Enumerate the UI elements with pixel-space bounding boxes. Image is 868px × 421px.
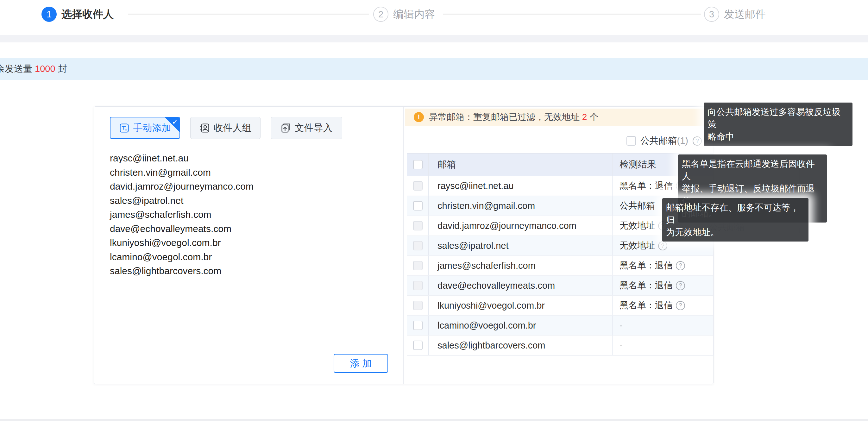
- row-result: 黑名单：退信?: [613, 276, 713, 295]
- table-row: lkuniyoshi@voegol.com.br黑名单：退信?: [407, 295, 713, 315]
- row-checkbox-cell: [407, 216, 429, 236]
- step-2-circle: 2: [373, 7, 389, 22]
- row-checkbox-cell: [407, 236, 429, 255]
- quota-notice-text: 余发送量 1000 封: [0, 63, 67, 76]
- step-1-circle: 1: [41, 7, 57, 22]
- email-line: dave@echovalleymeats.com: [110, 222, 389, 236]
- tab-file-import-label: 文件导入: [295, 122, 333, 134]
- row-result: -: [613, 335, 713, 355]
- table-row: sales@lightbarcovers.com-: [407, 335, 713, 355]
- table-row: raysc@iinet.net.au黑名单：退信?: [407, 176, 713, 196]
- recipient-email-input[interactable]: raysc@iinet.net.auchristen.vin@gmail.com…: [110, 151, 389, 278]
- table-row: james@schaferfish.com黑名单：退信?: [407, 255, 713, 275]
- public-mailbox-count: (1): [677, 136, 688, 146]
- row-result-text: 黑名单：退信: [620, 180, 673, 192]
- row-checkbox[interactable]: [413, 321, 423, 330]
- row-checkbox-cell: [407, 196, 429, 216]
- abnormal-warning-bar: ! 异常邮箱：重复邮箱已过滤，无效地址 2 个: [405, 109, 713, 126]
- quota-count: 1000: [35, 64, 55, 74]
- row-email: raysc@iinet.net.au: [429, 176, 613, 196]
- recipient-group-icon: [199, 123, 210, 133]
- row-email: lkuniyoshi@voegol.com.br: [429, 296, 613, 315]
- row-email: david.jamroz@journeymanco.com: [429, 216, 613, 236]
- tab-recipient-group[interactable]: 收件人组: [190, 117, 260, 139]
- row-result-text: 黑名单：退信: [620, 299, 673, 311]
- tab-recipient-group-label: 收件人组: [214, 122, 252, 134]
- detection-table-header: 邮箱 检测结果: [407, 153, 713, 176]
- result-help-icon[interactable]: ?: [676, 281, 685, 290]
- row-result-text: -: [620, 320, 622, 330]
- row-email: sales@lightbarcovers.com: [429, 335, 613, 355]
- panel-divider: [403, 107, 404, 384]
- add-mode-tabs: 手动添加 ✓ 收件人组 文件导入: [110, 117, 342, 139]
- email-line: sales@lightbarcovers.com: [110, 264, 389, 278]
- header-divider-band: [0, 35, 868, 42]
- result-help-icon[interactable]: ?: [658, 241, 667, 250]
- step-3-number: 3: [709, 9, 714, 20]
- row-checkbox-cell: [407, 315, 429, 335]
- row-checkbox: [413, 261, 423, 270]
- row-checkbox-cell: [407, 256, 429, 275]
- row-checkbox[interactable]: [413, 201, 423, 210]
- email-line: christen.vin@gmail.com: [110, 166, 389, 180]
- row-checkbox[interactable]: [413, 340, 423, 350]
- recipient-panel: 手动添加 ✓ 收件人组 文件导入 raysc@iinet.net.auchris…: [94, 107, 714, 384]
- row-email: sales@ipatrol.net: [429, 236, 613, 255]
- active-check-icon: ✓: [172, 118, 178, 126]
- row-checkbox-cell: [407, 176, 429, 196]
- row-result-text: 黑名单：退信: [620, 279, 673, 292]
- step-wizard: 1 选择收件人 2 编辑内容 3 发送邮件: [0, 0, 868, 30]
- add-button[interactable]: 添 加: [334, 354, 388, 373]
- row-result-text: 无效地址: [620, 240, 655, 252]
- row-checkbox-cell: [407, 276, 429, 295]
- step-3-circle: 3: [704, 7, 719, 22]
- email-line: david.jamroz@journeymanco.com: [110, 179, 389, 194]
- page-bottom-band: [0, 419, 868, 421]
- result-help-icon[interactable]: ?: [676, 261, 685, 270]
- table-row: lcamino@voegol.com.br-: [407, 315, 713, 335]
- row-result: -: [613, 315, 713, 335]
- step-2-label: 编辑内容: [393, 7, 435, 22]
- row-checkbox: [413, 221, 423, 231]
- quota-notice-bar: 余发送量 1000 封: [0, 58, 868, 80]
- email-line: lkuniyoshi@voegol.com.br: [110, 236, 389, 250]
- email-line: sales@ipatrol.net: [110, 194, 389, 208]
- tooltip-invalid-address: 邮箱地址不存在、服务不可达等，归 为无效地址。: [662, 198, 808, 242]
- row-result: 黑名单：退信?: [613, 296, 713, 315]
- row-result: 黑名单：退信?: [613, 256, 713, 275]
- public-mailbox-help-icon[interactable]: ?: [693, 137, 702, 146]
- warning-text: 异常邮箱：重复邮箱已过滤，无效地址 2 个: [429, 111, 598, 123]
- header-checkbox-cell: [407, 153, 429, 176]
- detection-table: 邮箱 检测结果 raysc@iinet.net.au黑名单：退信?christe…: [407, 153, 714, 356]
- public-mailbox-label: 公共邮箱(1): [641, 134, 688, 147]
- file-import-icon: [280, 123, 291, 133]
- email-line: lcamino@voegol.com.br: [110, 250, 389, 264]
- email-line: raysc@iinet.net.au: [110, 151, 389, 166]
- tab-file-import[interactable]: 文件导入: [271, 117, 342, 139]
- row-email: james@schaferfish.com: [429, 256, 613, 275]
- select-all-checkbox[interactable]: [413, 160, 423, 169]
- row-result-text: 公共邮箱: [620, 200, 655, 212]
- table-row: dave@echovalleymeats.com黑名单：退信?: [407, 275, 713, 295]
- step-3-label: 发送邮件: [724, 7, 766, 22]
- warning-icon: !: [414, 112, 424, 122]
- row-checkbox: [413, 241, 423, 250]
- row-checkbox-cell: [407, 335, 429, 355]
- row-result-text: 无效地址: [620, 220, 655, 232]
- row-email: christen.vin@gmail.com: [429, 196, 613, 216]
- step-connector-2: [443, 13, 701, 14]
- public-mailbox-checkbox[interactable]: [626, 136, 636, 146]
- step-1-label: 选择收件人: [61, 7, 114, 22]
- tab-manual-add[interactable]: 手动添加 ✓: [110, 117, 180, 139]
- row-checkbox-cell: [407, 296, 429, 315]
- invalid-count: 2: [582, 112, 587, 122]
- step-connector-1: [128, 13, 369, 14]
- row-checkbox: [413, 181, 423, 190]
- public-mailbox-filter: 公共邮箱(1) ?: [626, 134, 702, 147]
- row-result-text: -: [620, 340, 622, 351]
- header-email: 邮箱: [429, 153, 613, 176]
- step-1-number: 1: [46, 9, 52, 20]
- tooltip-public-mailbox: 向公共邮箱发送过多容易被反垃圾策 略命中: [704, 102, 852, 146]
- result-help-icon[interactable]: ?: [676, 301, 685, 310]
- row-checkbox: [413, 281, 423, 290]
